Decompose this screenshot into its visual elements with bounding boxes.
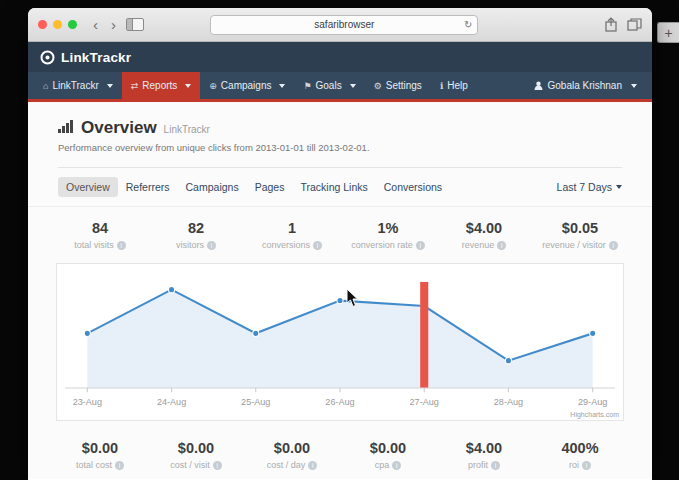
new-tab-button[interactable]: +: [657, 22, 679, 43]
svg-text:27-Aug: 27-Aug: [410, 397, 439, 407]
stat-value: $4.00: [436, 220, 532, 236]
help-icon: ℹ: [440, 81, 443, 91]
visits-chart: 23-Aug24-Aug25-Aug26-Aug27-Aug28-Aug29-A…: [56, 263, 624, 421]
nav-item-campaigns[interactable]: ⊕ Campaigns: [200, 72, 294, 99]
campaigns-icon: ⊕: [209, 81, 217, 91]
tab-referrers[interactable]: Referrers: [118, 177, 178, 197]
stat-value: 1: [244, 220, 340, 236]
stat-cost-day: $0.00 cost / day: [244, 440, 340, 470]
nav-item-linktrackr[interactable]: ⌂ LinkTrackr: [34, 72, 122, 99]
page-content: Overview LinkTrackr Performance overview…: [28, 102, 652, 479]
report-tabs: Overview Referrers Campaigns Pages Track…: [28, 168, 652, 207]
stat-value: $4.00: [436, 440, 532, 456]
stat-revenue-visitor: $0.05 revenue / visitor: [532, 220, 628, 250]
nav-item-help[interactable]: ℹ Help: [431, 72, 477, 99]
toolbar-right-icons: [604, 17, 642, 32]
stat-label: revenue / visitor: [542, 240, 606, 250]
nav-label: Reports: [142, 80, 177, 91]
stat-conversion-rate: 1% conversion rate: [340, 220, 436, 250]
nav-item-settings[interactable]: ⚙ Settings: [365, 72, 431, 99]
stat-value: 82: [148, 220, 244, 236]
info-icon[interactable]: [207, 241, 216, 250]
user-menu[interactable]: Gobala Krishnan: [525, 72, 647, 99]
page-description: Performance overview from unique clicks …: [58, 142, 622, 153]
tab-tracking-links[interactable]: Tracking Links: [292, 177, 375, 197]
info-icon[interactable]: [491, 461, 500, 470]
close-window-button[interactable]: [38, 20, 47, 29]
info-icon[interactable]: [392, 461, 401, 470]
zoom-window-button[interactable]: [68, 20, 77, 29]
chart-credit[interactable]: Highcharts.com: [570, 411, 619, 418]
forward-button[interactable]: ›: [108, 17, 119, 32]
info-icon[interactable]: [117, 241, 126, 250]
settings-icon: ⚙: [374, 81, 382, 91]
stat-roi: 400% roi: [532, 440, 628, 470]
stat-value: $0.00: [148, 440, 244, 456]
stats-row-bottom: $0.00 total cost $0.00 cost / visit $0.0…: [28, 427, 652, 479]
stat-label: profit: [468, 460, 488, 470]
svg-text:23-Aug: 23-Aug: [73, 397, 102, 407]
tab-pages[interactable]: Pages: [247, 177, 293, 197]
sidebar-toggle-icon[interactable]: [126, 18, 144, 31]
stat-value: $0.00: [244, 440, 340, 456]
tab-overview[interactable]: Overview: [58, 177, 118, 197]
nav-label: Help: [447, 80, 468, 91]
stat-label: conversion rate: [351, 240, 413, 250]
browser-window: ‹ › safaribrowser ↻: [28, 8, 652, 480]
page-head: Overview LinkTrackr Performance overview…: [28, 102, 652, 168]
info-icon[interactable]: [115, 461, 124, 470]
chart-canvas[interactable]: 23-Aug24-Aug25-Aug26-Aug27-Aug28-Aug29-A…: [57, 268, 623, 418]
nav-label: Goals: [316, 80, 342, 91]
refresh-icon[interactable]: ↻: [464, 19, 472, 30]
stats-row-top: 84 total visits 82 visitors 1 conversion…: [28, 207, 652, 261]
tab-campaigns[interactable]: Campaigns: [178, 177, 247, 197]
tabs-overview-icon[interactable]: [627, 18, 642, 31]
stat-value: $0.05: [532, 220, 628, 236]
info-icon[interactable]: [582, 461, 591, 470]
page-title-suffix: LinkTrackr: [164, 124, 210, 135]
info-icon[interactable]: [308, 461, 317, 470]
stat-visitors: 82 visitors: [148, 220, 244, 250]
stat-revenue: $4.00 revenue: [436, 220, 532, 250]
share-icon[interactable]: [604, 17, 618, 32]
stat-label: total cost: [76, 460, 112, 470]
screenshot-stage: + ‹ › safaribrowser ↻: [0, 0, 679, 480]
info-icon[interactable]: [609, 241, 618, 250]
stat-cpa: $0.00 cpa: [340, 440, 436, 470]
date-range-dropdown[interactable]: Last 7 Days: [557, 181, 622, 193]
nav-label: Settings: [386, 80, 422, 91]
stat-value: 400%: [532, 440, 628, 456]
nav-item-goals[interactable]: ⚑ Goals: [294, 72, 364, 99]
stat-value: $0.00: [52, 440, 148, 456]
stat-value: $0.00: [340, 440, 436, 456]
page-title: Overview: [81, 118, 157, 138]
window-controls: [38, 20, 77, 29]
nav-item-reports[interactable]: ⇄ Reports: [122, 72, 201, 99]
nav-label: Campaigns: [221, 80, 272, 91]
stat-label: revenue: [462, 240, 495, 250]
info-icon[interactable]: [313, 241, 322, 250]
stat-label: total visits: [74, 240, 114, 250]
brand-name: LinkTrackr: [61, 50, 131, 65]
user-icon: [534, 81, 543, 90]
main-nav: ⌂ LinkTrackr ⇄ Reports ⊕ Campaigns ⚑ Goa…: [28, 72, 652, 99]
stat-value: 84: [52, 220, 148, 236]
stat-profit: $4.00 profit: [436, 440, 532, 470]
tab-conversions[interactable]: Conversions: [376, 177, 450, 197]
stat-conversions: 1 conversions: [244, 220, 340, 250]
stat-label: cost / visit: [170, 460, 210, 470]
info-icon[interactable]: [497, 241, 506, 250]
site-header: LinkTrackr: [28, 42, 652, 72]
svg-text:26-Aug: 26-Aug: [325, 397, 354, 407]
goals-icon: ⚑: [303, 81, 311, 91]
info-icon[interactable]: [416, 241, 425, 250]
back-button[interactable]: ‹: [90, 17, 101, 32]
stat-total-visits: 84 total visits: [52, 220, 148, 250]
address-bar[interactable]: safaribrowser ↻: [210, 15, 478, 35]
browser-toolbar: ‹ › safaribrowser ↻: [28, 8, 652, 42]
reports-icon: ⇄: [131, 81, 139, 91]
info-icon[interactable]: [213, 461, 222, 470]
minimize-window-button[interactable]: [53, 20, 62, 29]
stat-value: 1%: [340, 220, 436, 236]
linktrackr-logo-icon: [40, 50, 55, 65]
